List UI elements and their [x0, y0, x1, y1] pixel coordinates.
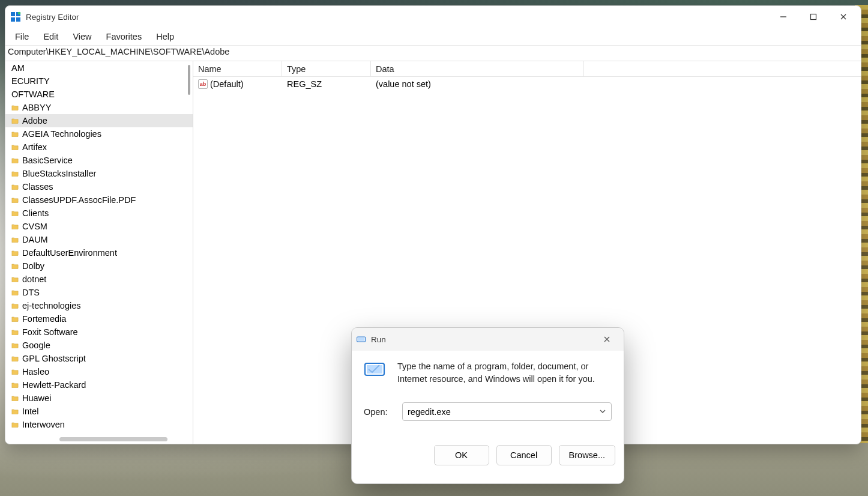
tree-item[interactable]: Foxit Software [5, 325, 193, 339]
open-value: regedit.exe [408, 407, 451, 417]
tree-item[interactable]: Huawei [5, 392, 193, 405]
horizontal-scrollbar[interactable] [5, 434, 193, 443]
browse-button[interactable]: Browse... [559, 445, 615, 465]
svg-rect-7 [358, 337, 364, 340]
svg-point-4 [18, 12, 21, 15]
tree-item[interactable]: GPL Ghostscript [5, 352, 193, 365]
address-bar[interactable]: Computer\HKEY_LOCAL_MACHINE\SOFTWARE\Ado… [5, 46, 861, 61]
tree-item[interactable]: Dolby [5, 259, 193, 273]
tree-item[interactable]: Fortemedia [5, 312, 193, 325]
menu-edit[interactable]: Edit [36, 29, 65, 44]
run-description: Type the name of a program, folder, docu… [397, 360, 612, 386]
tree-item[interactable]: OFTWARE [5, 88, 193, 101]
run-dialog: Run Type the name of a program, folder, … [351, 327, 624, 484]
svg-rect-2 [11, 17, 15, 22]
svg-rect-0 [11, 12, 15, 16]
tree-item[interactable]: Interwoven [5, 418, 193, 431]
regedit-app-icon [10, 11, 21, 22]
tree-pane[interactable]: AMECURITYOFTWAREABBYYAdobeAGEIA Technolo… [5, 61, 193, 444]
tree-item[interactable]: AGEIA Technologies [5, 127, 193, 141]
tree-item[interactable]: DefaultUserEnvironment [5, 246, 193, 259]
tree-item[interactable]: ECURITY [5, 74, 193, 88]
minimize-button[interactable] [768, 6, 798, 28]
string-value-icon: ab [198, 79, 208, 89]
col-data[interactable]: Data [371, 61, 584, 76]
menu-view[interactable]: View [65, 29, 98, 44]
maximize-button[interactable] [798, 6, 828, 28]
ok-button[interactable]: OK [434, 445, 489, 465]
tree-item[interactable]: Adobe [5, 114, 193, 127]
vertical-scrollbar[interactable] [185, 61, 193, 444]
svg-rect-3 [16, 17, 20, 22]
tree-item[interactable]: Intel [5, 405, 193, 418]
tree-item[interactable]: ClassesUPDF.AssocFile.PDF [5, 193, 193, 207]
svg-rect-5 [811, 14, 816, 20]
tree-item[interactable]: DAUM [5, 233, 193, 246]
chevron-down-icon[interactable] [599, 407, 606, 417]
value-row[interactable]: ab(Default)REG_SZ(value not set) [193, 77, 861, 91]
run-titlebar[interactable]: Run [352, 328, 624, 351]
tree-item[interactable]: ABBYY [5, 101, 193, 114]
run-titlebar-icon [357, 334, 366, 344]
window-title: Registry Editor [26, 13, 79, 22]
menu-help[interactable]: Help [149, 29, 181, 44]
tree-item[interactable]: BasicService [5, 154, 193, 167]
tree-item[interactable]: DTS [5, 286, 193, 299]
col-type[interactable]: Type [282, 61, 371, 76]
run-icon [364, 361, 387, 377]
tree-item[interactable]: Clients [5, 207, 193, 220]
tree-item[interactable]: BlueStacksInstaller [5, 167, 193, 180]
tree-item[interactable]: Classes [5, 180, 193, 193]
tree-item[interactable]: AM [5, 61, 193, 74]
close-button[interactable] [828, 6, 858, 28]
menubar: File Edit View Favorites Help [5, 28, 861, 46]
tree-item[interactable]: Artifex [5, 141, 193, 154]
column-headers[interactable]: Name Type Data [193, 61, 861, 77]
open-combobox[interactable]: regedit.exe [402, 402, 612, 421]
tree-item[interactable]: ej-technologies [5, 299, 193, 312]
tree-item[interactable]: CVSM [5, 220, 193, 233]
tree-item[interactable]: Google [5, 339, 193, 352]
menu-favorites[interactable]: Favorites [99, 29, 149, 44]
menu-file[interactable]: File [8, 29, 36, 44]
col-name[interactable]: Name [193, 61, 282, 76]
run-close-button[interactable] [595, 328, 619, 351]
titlebar[interactable]: Registry Editor [5, 6, 861, 28]
cancel-button[interactable]: Cancel [496, 445, 552, 465]
open-label: Open: [364, 407, 391, 417]
tree-item[interactable]: Hasleo [5, 365, 193, 378]
tree-item[interactable]: Hewlett-Packard [5, 378, 193, 392]
tree-item[interactable]: dotnet [5, 273, 193, 286]
run-title-text: Run [371, 335, 386, 344]
